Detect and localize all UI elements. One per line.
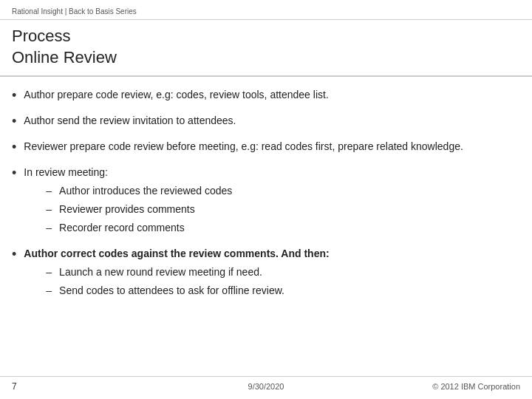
sub-item-text: Launch a new round review meeting if nee… — [59, 265, 262, 280]
bullet-icon: • — [12, 245, 16, 265]
bullet-icon: • — [12, 112, 16, 132]
sub-item-text: Recorder record comments — [59, 220, 185, 236]
dash-icon: – — [46, 202, 52, 217]
sub-list: – Launch a new round review meeting if n… — [24, 265, 520, 299]
header-bar: Rational Insight | Back to Basis Series — [0, 0, 532, 20]
title-line2: Online Review — [12, 48, 117, 66]
bullet-list: • Author prepare code review, e.g: codes… — [12, 87, 520, 301]
footer-page-number: 7 — [12, 381, 17, 392]
dash-icon: – — [46, 220, 52, 236]
bullet-text-with-sub: Author correct codes against the review … — [24, 246, 520, 301]
bullet-text: Author prepare code review, e.g: codes, … — [24, 87, 520, 103]
list-item: • Author prepare code review, e.g: codes… — [12, 87, 520, 106]
footer-date: 9/30/2020 — [248, 382, 284, 391]
list-item: – Reviewer provides comments — [24, 202, 520, 217]
dash-icon: – — [46, 283, 52, 299]
dash-icon: – — [46, 265, 52, 280]
list-item: – Recorder record comments — [24, 220, 520, 236]
sub-item-text: Reviewer provides comments — [59, 202, 195, 217]
bullet-text-with-sub: In review meeting: – Author introduces t… — [24, 165, 520, 239]
sub-list: – Author introduces the reviewed codes –… — [24, 183, 520, 236]
bullet-label-bold: Author correct codes against the review … — [24, 248, 329, 259]
footer: 7 9/30/2020 © 2012 IBM Corporation — [0, 376, 532, 392]
list-item: • In review meeting: – Author introduces… — [12, 165, 520, 239]
bullet-text: Author send the review invitation to att… — [24, 113, 520, 129]
footer-copyright: © 2012 IBM Corporation — [432, 382, 520, 391]
sub-item-text: Send codes to attendees to ask for offli… — [59, 283, 284, 299]
page-title-block: Process Online Review — [0, 20, 532, 77]
bullet-icon: • — [12, 163, 16, 183]
main-content: • Author prepare code review, e.g: codes… — [0, 87, 532, 301]
dash-icon: – — [46, 183, 52, 199]
bullet-icon: • — [12, 86, 16, 106]
page-title: Process Online Review — [12, 26, 520, 68]
list-item: – Author introduces the reviewed codes — [24, 183, 520, 199]
sub-item-text: Author introduces the reviewed codes — [59, 183, 232, 199]
header-title: Rational Insight | Back to Basis Series — [12, 7, 137, 16]
list-item: • Author send the review invitation to a… — [12, 113, 520, 132]
bullet-label: In review meeting: — [24, 166, 108, 178]
bullet-icon: • — [12, 137, 16, 157]
title-line1: Process — [12, 27, 70, 45]
bullet-text: Reviewer prepare code review before meet… — [24, 139, 520, 154]
list-item: • Author correct codes against the revie… — [12, 246, 520, 301]
list-item: – Launch a new round review meeting if n… — [24, 265, 520, 280]
list-item: • Reviewer prepare code review before me… — [12, 139, 520, 157]
list-item: – Send codes to attendees to ask for off… — [24, 283, 520, 299]
